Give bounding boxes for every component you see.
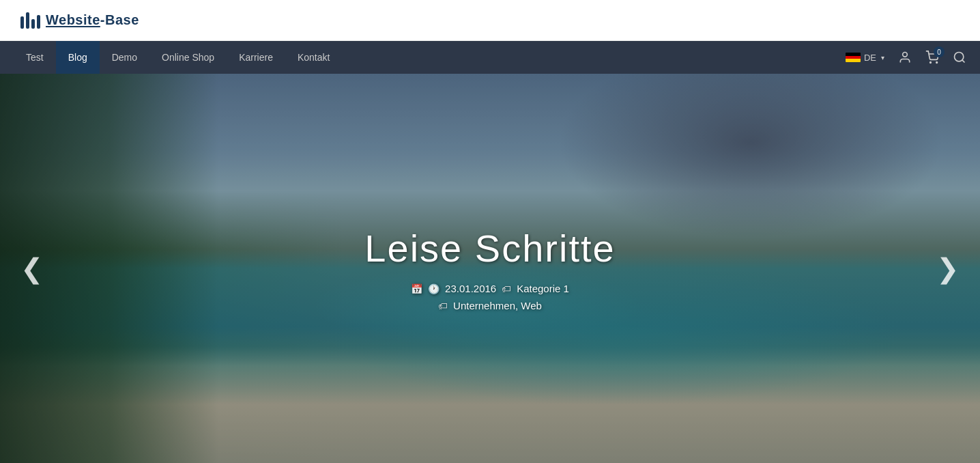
lang-code: DE xyxy=(864,53,876,63)
svg-point-0 xyxy=(903,53,908,57)
nav-right: DE ▾ 0 xyxy=(846,51,966,64)
hero-meta: 📅 🕐 23.01.2016 🏷 Kategorie 1 🏷 Unternehm… xyxy=(364,283,615,311)
logo-text: Website-Base xyxy=(46,12,139,28)
nav-item-blog[interactable]: Blog xyxy=(56,41,100,74)
logo-bar-4 xyxy=(37,15,40,29)
logo-bar-3 xyxy=(31,19,35,29)
calendar-icon: 📅 xyxy=(411,283,422,294)
hero-meta-row-date: 📅 🕐 23.01.2016 🏷 Kategorie 1 xyxy=(411,283,569,294)
logo-bar-1 xyxy=(20,16,24,29)
tag-icon: 🏷 xyxy=(502,283,511,294)
nav-links: Test Blog Demo Online Shop Karriere Kont… xyxy=(14,41,342,74)
svg-point-3 xyxy=(955,53,964,61)
chevron-down-icon: ▾ xyxy=(881,54,884,61)
svg-point-1 xyxy=(930,62,932,64)
nav-item-online-shop[interactable]: Online Shop xyxy=(149,41,227,74)
hero-category: Kategorie 1 xyxy=(517,283,569,294)
hero-content: Leise Schritte 📅 🕐 23.01.2016 🏷 Kategori… xyxy=(364,226,615,311)
search-icon[interactable] xyxy=(953,51,966,64)
nav-item-demo[interactable]: Demo xyxy=(100,41,149,74)
hero-date: 23.01.2016 xyxy=(445,283,496,294)
svg-line-4 xyxy=(962,60,965,63)
next-arrow[interactable]: ❯ xyxy=(929,246,966,291)
hero-slider: ❮ Leise Schritte 📅 🕐 23.01.2016 🏷 Katego… xyxy=(0,74,980,463)
tag-icon-2: 🏷 xyxy=(438,300,448,311)
svg-point-2 xyxy=(936,62,938,64)
logo-text-underline: Website xyxy=(46,12,100,27)
user-icon[interactable] xyxy=(898,51,912,64)
logo-bar-2 xyxy=(26,12,29,29)
lang-selector[interactable]: DE ▾ xyxy=(846,53,884,63)
hero-tags: Unternehmen, Web xyxy=(453,300,542,311)
navbar: Test Blog Demo Online Shop Karriere Kont… xyxy=(0,41,980,74)
header: Website-Base xyxy=(0,0,980,41)
clock-icon: 🕐 xyxy=(428,283,439,294)
logo[interactable]: Website-Base xyxy=(20,12,139,29)
cart-icon[interactable]: 0 xyxy=(925,51,939,64)
hero-title: Leise Schritte xyxy=(364,226,615,270)
nav-item-kontakt[interactable]: Kontakt xyxy=(285,41,342,74)
hero-meta-row-tags: 🏷 Unternehmen, Web xyxy=(438,300,542,311)
nav-item-test[interactable]: Test xyxy=(14,41,56,74)
flag-de-icon xyxy=(846,53,861,62)
prev-arrow[interactable]: ❮ xyxy=(14,246,51,291)
logo-icon xyxy=(20,12,40,29)
cart-badge: 0 xyxy=(934,46,945,57)
nav-item-karriere[interactable]: Karriere xyxy=(227,41,285,74)
